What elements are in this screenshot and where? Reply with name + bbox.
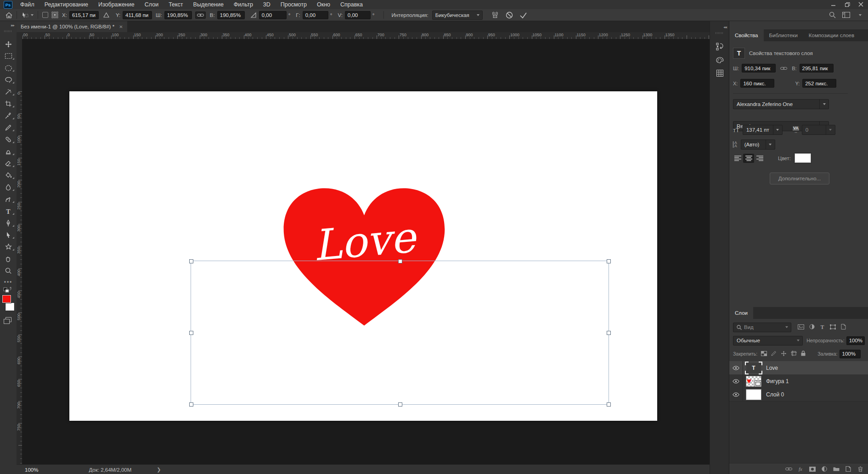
- prop-h-input[interactable]: 295,81 пик: [800, 64, 834, 72]
- close-icon[interactable]: [854, 0, 868, 9]
- reference-point-locator-icon[interactable]: [51, 11, 58, 18]
- tracking-select[interactable]: 0: [802, 125, 835, 135]
- restore-icon[interactable]: [840, 0, 854, 9]
- transform-handle[interactable]: [189, 259, 193, 263]
- clone-stamp-tool[interactable]: [0, 146, 17, 157]
- link-layers-icon[interactable]: [785, 465, 792, 473]
- menu-item-9[interactable]: Окно: [312, 0, 335, 9]
- close-tab-icon[interactable]: ✕: [119, 24, 123, 29]
- color-panel-icon[interactable]: [710, 54, 729, 66]
- search-icon[interactable]: [829, 11, 836, 18]
- layer-row-фигура-1[interactable]: ♥Фигура 1: [729, 374, 868, 388]
- layer-row-слой-0[interactable]: Слой 0: [729, 388, 868, 402]
- transform-handle[interactable]: [189, 402, 193, 407]
- toolbar-grip[interactable]: [4, 30, 12, 32]
- menu-item-7[interactable]: 3D: [258, 0, 276, 9]
- align-left-icon[interactable]: [732, 154, 743, 163]
- cancel-transform-icon[interactable]: [506, 11, 513, 19]
- chevron-down-icon[interactable]: [31, 14, 34, 16]
- interpolation-select[interactable]: Бикубическая: [432, 11, 483, 20]
- y-input[interactable]: 411,68 пи: [123, 11, 152, 19]
- layer-group-icon[interactable]: [833, 465, 840, 473]
- tab-layer-comps[interactable]: Композиции слоев: [803, 29, 860, 41]
- more-options-button[interactable]: Дополнительно...: [770, 173, 829, 184]
- blur-tool[interactable]: [0, 182, 17, 193]
- layer-name[interactable]: Фигура 1: [766, 378, 789, 385]
- transform-handle[interactable]: [189, 331, 193, 335]
- lock-position-icon[interactable]: [781, 351, 787, 357]
- lock-artboard-icon[interactable]: [791, 351, 797, 357]
- layer-name[interactable]: Love: [766, 365, 778, 371]
- transform-handle[interactable]: [607, 402, 611, 407]
- layer-row-love[interactable]: TLove: [729, 361, 868, 375]
- shape-filter-icon[interactable]: [830, 324, 836, 330]
- prop-w-input[interactable]: 910,34 пик: [742, 64, 776, 72]
- move-tool[interactable]: [0, 39, 17, 50]
- layer-visibility-icon[interactable]: [729, 388, 743, 401]
- fill-input[interactable]: 100%: [840, 350, 861, 358]
- adjustment-filter-icon[interactable]: [809, 324, 815, 330]
- lock-transparency-icon[interactable]: [761, 351, 767, 357]
- menu-item-4[interactable]: Текст: [163, 0, 188, 9]
- menu-item-3[interactable]: Слои: [140, 0, 163, 9]
- warp-mode-icon[interactable]: [491, 11, 499, 19]
- maintain-aspect-ratio-icon[interactable]: [195, 11, 206, 19]
- lasso-tool[interactable]: [0, 74, 17, 85]
- default-colors-icon[interactable]: [3, 286, 13, 292]
- align-center-icon[interactable]: [743, 154, 754, 163]
- layer-visibility-icon[interactable]: [729, 374, 743, 388]
- document-canvas[interactable]: Love: [69, 91, 657, 421]
- layer-effects-icon[interactable]: fx: [797, 465, 804, 473]
- strip-grip[interactable]: [716, 32, 724, 34]
- home-icon[interactable]: [6, 12, 12, 18]
- layer-mask-icon[interactable]: [809, 465, 816, 473]
- skew-h-input[interactable]: 0,00: [303, 11, 328, 19]
- lock-pixels-icon[interactable]: [771, 351, 777, 357]
- layer-thumbnail[interactable]: ♥: [743, 376, 764, 387]
- new-layer-icon[interactable]: [845, 465, 852, 473]
- layer-thumbnail[interactable]: [743, 389, 764, 400]
- width-input[interactable]: 190,85%: [164, 11, 192, 19]
- eyedropper-tool[interactable]: [0, 110, 17, 121]
- layer-filter-select[interactable]: Вид: [733, 323, 791, 332]
- type-tool[interactable]: T: [0, 206, 17, 217]
- status-chevron-icon[interactable]: ❯: [157, 467, 161, 473]
- font-size-select[interactable]: 137,41 пт: [743, 125, 783, 135]
- pixel-filter-icon[interactable]: [798, 324, 804, 330]
- expand-toolbar-icon[interactable]: ▸▸: [11, 23, 14, 28]
- chevron-down-icon[interactable]: [859, 14, 862, 16]
- screen-mode-icon[interactable]: [4, 317, 13, 324]
- brush-tool[interactable]: [0, 122, 17, 133]
- hand-tool[interactable]: [0, 253, 17, 264]
- elliptical-marquee-tool[interactable]: [0, 62, 17, 73]
- x-input[interactable]: 615,17 пи: [69, 11, 99, 19]
- menu-item-10[interactable]: Справка: [335, 0, 368, 9]
- pen-tool[interactable]: [0, 217, 17, 229]
- magic-wand-tool[interactable]: [0, 86, 17, 97]
- text-color-swatch[interactable]: [795, 153, 811, 163]
- leading-select[interactable]: (Авто): [741, 139, 775, 150]
- commit-transform-icon[interactable]: [519, 12, 527, 18]
- height-input[interactable]: 190,85%: [217, 11, 245, 19]
- layer-thumbnail[interactable]: T: [743, 363, 764, 373]
- font-family-select[interactable]: Alexandra Zeferino One: [733, 99, 829, 109]
- pasteboard[interactable]: Love: [22, 39, 710, 464]
- menu-item-0[interactable]: Файл: [15, 0, 39, 9]
- crop-tool[interactable]: [0, 98, 17, 109]
- foreground-color-swatch[interactable]: [2, 295, 11, 303]
- eraser-tool[interactable]: [0, 158, 17, 169]
- zoom-tool[interactable]: [0, 265, 17, 276]
- healing-brush-tool[interactable]: [0, 134, 17, 145]
- smudge-tool[interactable]: [0, 194, 17, 205]
- menu-item-8[interactable]: Просмотр: [276, 0, 312, 9]
- minimize-icon[interactable]: [827, 0, 840, 9]
- menu-item-1[interactable]: Редактирование: [39, 0, 93, 9]
- type-filter-icon[interactable]: T: [820, 324, 825, 330]
- adjustment-layer-icon[interactable]: [821, 465, 828, 473]
- history-panel-icon[interactable]: [710, 40, 729, 52]
- tab-layers[interactable]: Слои: [729, 307, 753, 319]
- grid-panel-icon[interactable]: [710, 67, 729, 79]
- toggle-reference-point-checkbox[interactable]: [42, 12, 48, 18]
- prop-y-input[interactable]: 252 пикс.: [802, 79, 836, 88]
- expand-panels-icon[interactable]: ◂◂: [723, 25, 727, 29]
